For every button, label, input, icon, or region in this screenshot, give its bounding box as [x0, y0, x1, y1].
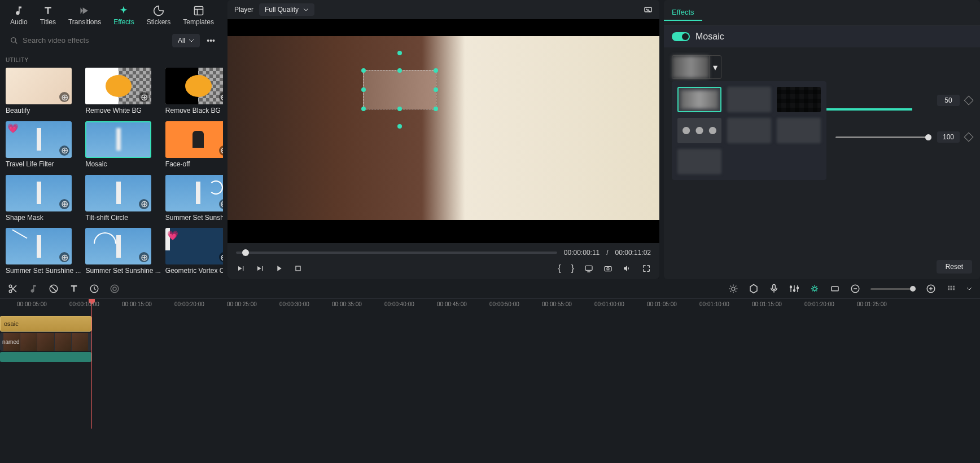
search-box[interactable] [6, 33, 168, 48]
aspect-ratio-icon[interactable] [830, 284, 840, 294]
sparkle-icon [118, 5, 129, 16]
render-icon[interactable] [728, 284, 738, 294]
search-icon [10, 37, 18, 45]
audio-clip[interactable] [0, 352, 91, 362]
effect-tilt-shift[interactable]: ⊕ Tilt-shift Circle [85, 175, 160, 224]
effect-remove-white-bg[interactable]: ⊕ Remove White BG [85, 68, 160, 117]
tab-stickers[interactable]: Stickers [141, 3, 177, 28]
volume-icon[interactable] [623, 264, 632, 273]
tab-templates[interactable]: Templates [177, 3, 220, 28]
tab-titles[interactable]: Titles [34, 3, 62, 28]
music-edit-icon[interactable] [28, 284, 38, 294]
text-tool-icon[interactable] [69, 284, 79, 294]
mosaic-type-dropdown[interactable]: ▾ [672, 55, 721, 79]
more-menu[interactable]: ••• [204, 34, 217, 47]
svg-rect-41 [953, 288, 955, 290]
svg-rect-40 [951, 288, 952, 290]
mosaic-option-6[interactable] [777, 118, 821, 143]
zoom-slider[interactable] [870, 288, 916, 290]
svg-rect-0 [194, 7, 203, 15]
mosaic-region[interactable] [363, 70, 436, 109]
fullscreen-icon[interactable] [642, 264, 651, 273]
audio-mixer-icon[interactable] [789, 284, 799, 294]
camera-icon[interactable] [603, 264, 613, 273]
quality-dropdown[interactable]: Full Quality [259, 3, 314, 16]
search-input[interactable] [23, 36, 163, 45]
tab-effects[interactable]: Effects [108, 3, 139, 28]
display-icon[interactable] [584, 264, 593, 273]
player-label: Player [234, 6, 253, 14]
mosaic-option-1[interactable] [677, 87, 721, 112]
effect-summer-sunshine-3[interactable]: ⊕ Summer Set Sunshine ... [85, 228, 160, 277]
speed-icon[interactable] [89, 284, 99, 294]
mosaic-option-2[interactable] [727, 87, 771, 112]
mosaic-option-4[interactable] [677, 118, 721, 143]
chevron-down-icon[interactable] [966, 286, 972, 292]
cut-icon[interactable] [8, 284, 18, 294]
marker-icon[interactable] [749, 284, 759, 294]
timeline-ruler[interactable]: 00:00:05:0000:00:10:0000:00:15:0000:00:2… [0, 299, 980, 316]
mosaic-option-7[interactable] [677, 149, 721, 174]
mosaic-option-3[interactable] [777, 87, 821, 112]
mark-in-icon[interactable]: { [558, 263, 561, 274]
mosaic-type-popup [672, 81, 826, 180]
effect-shape-mask[interactable]: ⊕ Shape Mask [6, 175, 81, 224]
effects-tab[interactable]: Effects [664, 5, 702, 21]
effect-label: Remove Black BG [165, 107, 223, 114]
slider-1-value[interactable]: 50 [937, 95, 960, 106]
color-icon[interactable] [110, 284, 120, 294]
effect-geometric-vortex[interactable]: 💗⊕ Geometric Vortex Ove... [165, 228, 223, 277]
zoom-in-icon[interactable] [926, 284, 936, 294]
slider-2-value[interactable]: 100 [937, 131, 960, 143]
crop-icon[interactable] [49, 284, 59, 294]
effect-travel-life[interactable]: 💗⊕ Travel Life Filter [6, 121, 81, 170]
ruler-tick: 00:01:05:00 [647, 301, 677, 307]
stop-icon[interactable] [294, 264, 303, 273]
effect-mosaic[interactable]: Mosaic [85, 121, 160, 170]
svg-rect-30 [832, 286, 838, 291]
snapshot-icon[interactable] [644, 5, 653, 14]
effect-beautify[interactable]: ⊕ Beautify [6, 68, 81, 117]
tab-label: Titles [40, 18, 56, 26]
mosaic-toggle[interactable] [672, 32, 690, 41]
svg-point-13 [9, 290, 12, 293]
ruler-tick: 00:01:15:00 [752, 301, 782, 307]
slider-2[interactable] [835, 136, 931, 138]
video-clip[interactable]: named [0, 333, 91, 351]
play-icon[interactable] [274, 264, 283, 273]
next-frame-icon[interactable] [255, 264, 264, 273]
effect-clip[interactable]: osaic [0, 316, 91, 332]
effect-face-off[interactable]: ⊕ Face-off [165, 121, 223, 170]
track-view-icon[interactable] [946, 284, 956, 294]
templates-icon [193, 5, 204, 16]
keyframe-icon[interactable] [964, 96, 974, 105]
clip-label: osaic [4, 320, 19, 327]
reset-button[interactable]: Reset [937, 260, 972, 274]
effect-remove-black-bg[interactable]: ⊕ Remove Black BG [165, 68, 223, 117]
effect-label: Beautify [6, 107, 81, 114]
svg-rect-7 [585, 266, 592, 270]
effect-summer-sunshine-2[interactable]: ⊕ Summer Set Sunshine ... [6, 228, 81, 277]
effect-label: Summer Set Sunshine ... [85, 267, 160, 275]
keyframe-icon[interactable] [964, 133, 974, 142]
download-icon: ⊕ [139, 252, 149, 262]
zoom-out-icon[interactable] [850, 284, 860, 294]
tab-audio[interactable]: Audio [5, 3, 33, 28]
tab-label: Effects [113, 18, 134, 26]
effect-label: Mosaic [85, 160, 160, 168]
scrubber[interactable] [236, 252, 557, 254]
mosaic-option-5[interactable] [727, 118, 771, 143]
mark-out-icon[interactable]: } [571, 263, 574, 274]
svg-line-17 [51, 286, 57, 292]
svg-rect-9 [605, 267, 611, 271]
adjust-color-icon[interactable] [810, 284, 820, 294]
tab-transitions[interactable]: Transitions [63, 3, 107, 28]
svg-rect-6 [296, 266, 300, 271]
effect-summer-sunshine-1[interactable]: ⊕ Summer Set Sunshine ... [165, 175, 223, 224]
voiceover-icon[interactable] [769, 284, 779, 294]
prev-frame-icon[interactable] [236, 264, 245, 273]
download-icon: ⊕ [219, 252, 223, 262]
filter-dropdown[interactable]: All [172, 34, 200, 47]
video-preview[interactable]: 00:00:00:11 / 00:00:11:02 { } [228, 19, 659, 279]
ruler-tick: 00:00:05:00 [17, 301, 47, 307]
